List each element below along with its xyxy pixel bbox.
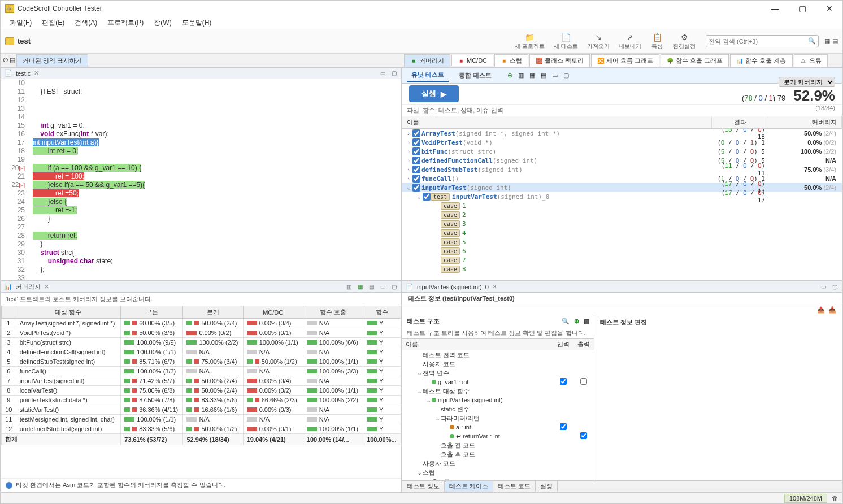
toolbar-가져오기[interactable]: ↘가져오기 [584,31,613,51]
bottom-tab-테스트 코드[interactable]: 테스트 코드 [493,481,536,492]
tree-checkbox[interactable] [412,166,420,173]
filter-input-row[interactable]: 파일, 함수, 테스트, 상태, 이슈 입력 [402,104,842,116]
in-checkbox[interactable] [560,378,567,385]
toolbar-extra-1[interactable]: ▦ [824,37,830,45]
bottom-tab-설정[interactable]: 설정 [536,481,558,492]
struct-tool-search-icon[interactable]: 🔍 [562,318,570,325]
cov-maximize-icon[interactable]: ▢ [390,283,398,291]
struct-row[interactable]: ⌄스텁 [402,468,594,477]
ut-tool-add-icon[interactable]: ⊕ [507,72,512,79]
maximize-button[interactable]: ▢ [794,3,811,14]
tree-case[interactable]: case7 [402,255,842,264]
chip-함수 호출 그래프[interactable]: 🌳함수 호출 그래프 [661,54,729,67]
struct-tool-add-icon[interactable]: ⊕ [574,318,579,325]
struct-row[interactable]: g_var1 : int [402,377,594,386]
tree-row-inputVarTest[interactable]: ⌄inputVarTest(signed int)(17 / 0 / 0) 17… [402,183,842,192]
chip-MC/DC[interactable]: ■MC/DC [451,55,493,66]
tab-covered-area[interactable]: 커버된 영역 표시하기 [16,54,88,67]
menu-프로젝트(P)[interactable]: 프로젝트(P) [103,17,148,29]
chip-제어 흐름 그래프[interactable]: 🔀제어 흐름 그래프 [591,54,659,67]
tab-unit-test[interactable]: 유닛 테스트 [407,69,449,82]
tree-checkbox[interactable] [412,175,420,183]
minimize-button[interactable]: — [767,3,784,14]
struct-row[interactable]: a : int [402,423,594,432]
tree-row-funcCall[interactable]: ›funcCall()(1 / 0 / 0) 1N/A [402,174,842,183]
ut-tool-4-icon[interactable]: ▤ [541,72,546,79]
struct-row[interactable]: ↩ returnVar : int [402,432,594,441]
ut-minimize-icon[interactable]: ▭ [552,72,558,79]
toolbar-환경설정[interactable]: ⚙환경설정 [670,31,699,51]
detail-minimize-icon[interactable]: ▭ [819,283,827,291]
struct-row[interactable]: 사용자 코드 [402,459,594,468]
chip-클래스 팩토리[interactable]: 🧱클래스 팩토리 [529,54,590,67]
struct-row[interactable]: 테스트 전역 코드 [402,350,594,359]
toolbar-새 테스트[interactable]: 📄새 테스트 [550,31,581,51]
out-checkbox[interactable] [580,378,587,385]
out-checkbox[interactable] [580,432,587,439]
cov-tool-1-icon[interactable]: ▥ [345,283,353,291]
menu-편집(E)[interactable]: 편집(E) [37,17,69,29]
left-tab-icon-2[interactable]: ▤ [10,57,15,64]
tree-row-VoidPtrTest[interactable]: ›VoidPtrTest(void *)(0 / 0 / 1) 10.0% (0… [402,138,842,147]
global-search-input[interactable] [709,38,808,45]
struct-row[interactable]: 호출 후 코드 [402,450,594,459]
cov-tool-2-icon[interactable]: ▦ [356,283,364,291]
tree-checkbox[interactable] [412,138,420,146]
struct-row[interactable]: 사용자 코드 [402,359,594,368]
ut-maximize-icon[interactable]: ▢ [563,72,569,79]
tree-case[interactable]: case3 [402,219,842,228]
tree-case[interactable]: case6 [402,246,842,255]
tree-row-definedFunctionCall[interactable]: ›definedFunctionCall(signed int)(5 / 0 /… [402,156,842,165]
toolbar-내보내기[interactable]: ↗내보내기 [615,31,645,51]
global-search[interactable]: 🔍 [706,35,819,47]
tree-row-definedStubTest[interactable]: ›definedStubTest(signed int)(11 / 0 / 0)… [402,165,842,174]
tree-case[interactable]: case2 [402,210,842,219]
struct-row[interactable]: ⌄전역 변수 [402,368,594,377]
tree-checkbox[interactable] [412,157,420,164]
tree-case[interactable]: case1 [402,201,842,210]
struct-tool-expand-icon[interactable]: ▦ [584,318,589,325]
tree-case[interactable]: case8 [402,264,842,273]
detail-import-icon[interactable]: 📥 [828,306,836,314]
struct-row[interactable]: ⌄파라미터/리턴 [402,414,594,423]
editor-minimize-icon[interactable]: ▭ [379,69,386,77]
tree-row-bitFunc[interactable]: ›bitFunc(struct strc)(5 / 0 / 0) 5100.0%… [402,147,842,156]
tree-case[interactable]: case5 [402,237,842,246]
tree-checkbox[interactable] [412,184,420,192]
cov-tool-3-icon[interactable]: ▤ [367,283,375,291]
toolbar-특성[interactable]: 📋특성 [647,31,667,51]
close-button[interactable]: ✕ [821,3,838,14]
ut-tool-2-icon[interactable]: ▥ [518,72,524,79]
chip-오류[interactable]: ⚠오류 [794,54,828,67]
tree-checkbox[interactable] [412,129,420,137]
ut-tool-3-icon[interactable]: ▦ [529,72,535,79]
struct-row[interactable]: ⌄inputVarTest(signed int) [402,396,594,405]
tree-row-ArrayTest[interactable]: ›ArrayTest(signed int *, signed int *)(1… [402,129,842,138]
menu-파일(F)[interactable]: 파일(F) [5,17,36,29]
detail-maximize-icon[interactable]: ▢ [831,283,838,291]
detail-tab-close-icon[interactable]: ✕ [492,283,497,290]
tree-child[interactable]: ⌄testinputVarTest(signed int)_0(17 / 0 /… [402,192,842,201]
chip-스텁[interactable]: ■스텁 [494,54,528,67]
in-checkbox[interactable] [560,423,567,430]
editor-tab-close-icon[interactable]: ✕ [34,69,39,77]
trash-icon[interactable]: 🗑 [832,495,838,502]
coverage-tab-close-icon[interactable]: ✕ [44,283,49,290]
menu-도움말(H)[interactable]: 도움말(H) [177,17,216,29]
editor-maximize-icon[interactable]: ▢ [390,69,398,77]
struct-row[interactable]: ⌄테스트 대상 함수 [402,386,594,396]
menu-창(W)[interactable]: 창(W) [149,17,176,29]
tab-integration-test[interactable]: 통합 테스트 [454,69,496,81]
toolbar-새 프로젝트[interactable]: 📁새 프로젝트 [511,31,548,51]
cov-minimize-icon[interactable]: ▭ [379,283,386,291]
toolbar-extra-2[interactable]: ▤ [832,37,838,45]
coverage-type-select[interactable]: 분기 커버리지 [779,77,835,87]
menu-검색(A)[interactable]: 검색(A) [70,17,102,29]
struct-row[interactable]: 호출 전 코드 [402,441,594,450]
tree-checkbox[interactable] [423,193,431,201]
left-tab-icon-1[interactable]: ∅ [3,57,8,64]
bottom-tab-테스트 정보[interactable]: 테스트 정보 [402,481,445,492]
run-button[interactable]: 실행▶ [409,85,459,102]
coverage-table[interactable]: 대상 함수구문분기MC/DC함수 호출함수1ArrayTest(signed i… [1,306,401,478]
struct-row[interactable]: static 변수 [402,405,594,414]
